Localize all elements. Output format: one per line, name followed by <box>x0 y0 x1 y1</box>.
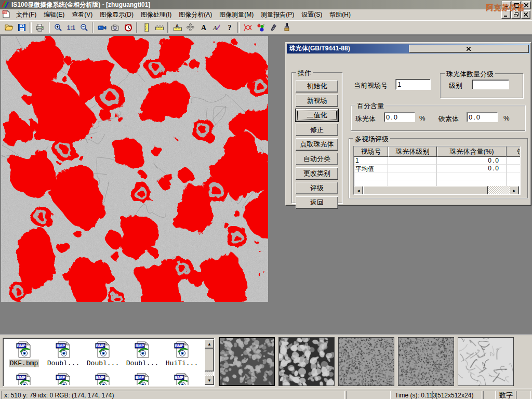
pearlite-label: 珠光体 <box>355 114 376 124</box>
child-restore-button[interactable] <box>511 10 521 19</box>
minimize-button[interactable] <box>502 1 511 9</box>
child-minimize-button[interactable] <box>501 10 511 19</box>
op-button[interactable]: 二值化 <box>296 109 338 122</box>
table-cell <box>507 157 521 165</box>
image-thumbnail[interactable] <box>219 337 275 386</box>
op-button[interactable]: 评级 <box>296 182 338 194</box>
application-window: IS100显微摄像系统(金相分析版) - [zhuguangti01] 阿克苏仪… <box>0 0 532 399</box>
scroll-up-button[interactable]: ▲ <box>205 339 214 349</box>
grading-group: 珠光体数量分级 级别 <box>440 73 523 98</box>
menu-item-measure-report[interactable]: 测量报告(P) <box>257 9 298 20</box>
dialog-title-bar[interactable]: 珠光体(GB/T9441-88) <box>287 44 530 54</box>
file-item[interactable]: BMPDKF.bmp <box>4 341 44 367</box>
close-button[interactable] <box>522 1 531 9</box>
op-button[interactable]: 返回 <box>296 196 338 209</box>
ferrite-percent-sign: % <box>503 114 510 122</box>
text-style-tool-button[interactable]: A <box>210 21 223 33</box>
image-thumbnail[interactable] <box>458 337 514 386</box>
video-capture-button[interactable] <box>96 21 109 33</box>
dialog-title: 珠光体(GB/T9441-88) <box>289 44 409 53</box>
file-item[interactable]: BMP <box>123 373 162 385</box>
file-item[interactable]: BMP <box>83 373 123 385</box>
op-button[interactable]: 更改类别 <box>296 167 338 180</box>
table-row[interactable] <box>354 172 521 180</box>
scrollbar-track[interactable] <box>205 371 213 376</box>
menu-item-image-analysis[interactable]: 图像分析(A) <box>175 9 216 20</box>
micrograph-image[interactable] <box>1 36 268 302</box>
scrollbar-thumb[interactable] <box>205 349 214 371</box>
op-button[interactable]: 初始化 <box>296 80 338 92</box>
count-points-tool-button[interactable]: 13 <box>254 21 267 33</box>
table-horizontal-scrollbar[interactable]: ◄ ► <box>354 186 519 194</box>
image-thumbnail[interactable] <box>278 337 335 386</box>
file-item[interactable]: BMPHuiTi... <box>162 341 202 367</box>
file-list-scrollbar[interactable]: ▲ ▼ <box>205 339 213 385</box>
bmp-file-icon: BMP <box>55 341 72 358</box>
menu-item-view[interactable]: 查看(V) <box>68 9 96 20</box>
menu-item-image-measure[interactable]: 图像测量(M) <box>216 9 257 20</box>
save-file-button[interactable] <box>15 21 28 33</box>
file-item[interactable]: BMP <box>162 373 202 385</box>
child-close-button[interactable] <box>521 10 530 19</box>
ruler-horizontal-button[interactable] <box>153 21 166 33</box>
svg-text:BMP: BMP <box>175 343 184 348</box>
actual-size-button[interactable]: 1:1 <box>64 21 77 33</box>
table-header-row: 视场号珠光体级别珠光体含量(%)铁素体含量(%) <box>354 147 521 157</box>
table-row[interactable]: 10.0 <box>354 157 521 165</box>
op-button[interactable]: 点取珠光体 <box>296 138 338 151</box>
file-item[interactable]: BMPDoubl... <box>83 341 123 367</box>
curve-tool-button[interactable] <box>241 21 254 33</box>
file-item[interactable]: BMP <box>4 373 44 385</box>
brush-tool-button[interactable] <box>280 21 293 33</box>
dialog-close-button[interactable] <box>409 45 529 53</box>
file-item[interactable]: BMP <box>44 373 83 385</box>
menu-item-settings[interactable]: 设置(S) <box>298 9 326 20</box>
menu-item-help[interactable]: 帮助(H) <box>326 9 354 20</box>
help-button[interactable]: ? <box>223 21 236 33</box>
table-cell <box>388 157 437 165</box>
scroll-right-button[interactable]: ► <box>510 186 519 195</box>
scroll-down-button[interactable]: ▼ <box>205 376 214 385</box>
scrollbar-thumb[interactable] <box>363 186 488 195</box>
menu-item-file[interactable]: 文件(F) <box>12 9 40 20</box>
zoom-out-button[interactable] <box>77 21 90 33</box>
image-thumbnail[interactable] <box>398 337 454 386</box>
text-tool-button[interactable]: A <box>197 21 210 33</box>
camera-capture-button[interactable] <box>109 21 122 33</box>
scroll-left-button[interactable]: ◄ <box>354 186 363 195</box>
file-name: Doubl... <box>86 360 120 367</box>
zoom-in-button[interactable] <box>51 21 64 33</box>
menu-item-image-display[interactable]: 图像显示(D) <box>96 9 137 20</box>
move-tool-button[interactable] <box>184 21 197 33</box>
ruler-vertical-button[interactable] <box>140 21 153 33</box>
menu-item-image-process[interactable]: 图像处理(I) <box>137 9 175 20</box>
menu-item-edit[interactable]: 编辑(E) <box>40 9 68 20</box>
pearlite-input[interactable] <box>384 112 415 122</box>
grade-input[interactable] <box>472 79 509 89</box>
op-button[interactable]: 修正 <box>296 124 338 136</box>
image-thumbnail[interactable] <box>338 337 394 386</box>
toolbar-separator <box>167 22 169 33</box>
workspace: 珠光体(GB/T9441-88) 操作 初始化新视场二值化修正点取珠光体自动分类… <box>0 35 532 335</box>
app-icon <box>1 0 9 10</box>
op-button[interactable]: 自动分类 <box>296 153 338 165</box>
table-header-cell: 视场号 <box>354 147 388 157</box>
print-button[interactable] <box>33 21 46 33</box>
timer-button[interactable] <box>122 21 135 33</box>
bmp-file-icon: BMP <box>94 341 112 358</box>
pen-tool-button[interactable] <box>267 21 280 33</box>
open-file-button[interactable] <box>2 21 15 33</box>
percent-group-label: 百分含量 <box>355 101 385 111</box>
document-icon <box>2 10 10 20</box>
current-field-input[interactable] <box>395 79 431 90</box>
maximize-button[interactable] <box>512 1 521 9</box>
file-item[interactable]: BMPDoubl... <box>44 341 83 367</box>
scrollbar-track[interactable] <box>488 186 510 194</box>
status-cursor-position: x: 510 y: 79 idx: 0 RGB: (174, 174, 174) <box>1 391 345 399</box>
op-button[interactable]: 新视场 <box>296 95 338 107</box>
ruler-text-button[interactable]: A <box>171 21 184 33</box>
svg-text:1:1: 1:1 <box>67 24 75 31</box>
table-row[interactable]: 平均值0.0 <box>354 165 521 172</box>
ferrite-input[interactable] <box>467 112 498 122</box>
file-item[interactable]: BMPDoubl... <box>123 341 162 367</box>
